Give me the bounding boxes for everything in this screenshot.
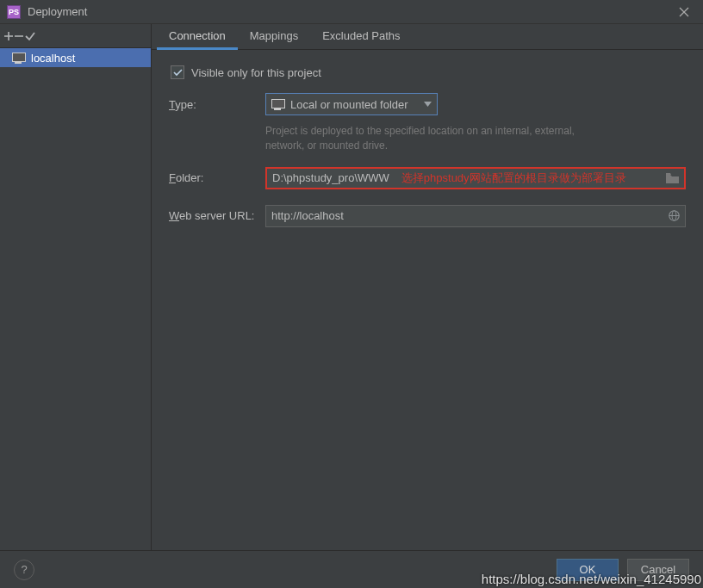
visible-only-checkbox[interactable]: [171, 65, 184, 79]
folder-input[interactable]: D:\phpstudy_pro\WWW 选择phpstudy网站配置的根目录做为…: [265, 167, 686, 189]
globe-icon: [669, 210, 680, 221]
folder-icon: [666, 173, 679, 183]
folder-row: Folder: D:\phpstudy_pro\WWW 选择phpstudy网站…: [169, 167, 686, 189]
visible-only-label: Visible only for this project: [191, 66, 321, 79]
server-icon: [12, 53, 26, 63]
webserver-input[interactable]: http://localhost: [265, 205, 686, 227]
sidebar: localhost: [0, 24, 152, 550]
connection-form: Visible only for this project Type: Loca…: [152, 50, 703, 251]
apply-button[interactable]: [24, 30, 36, 42]
type-value: Local or mounted folder: [290, 98, 408, 111]
close-icon: [679, 7, 689, 17]
webserver-row: Web server URL: http://localhost: [169, 205, 686, 227]
chevron-down-icon: [424, 102, 432, 107]
check-icon: [173, 68, 183, 77]
type-description: Project is deployed to the specified loc…: [265, 124, 575, 153]
cancel-button[interactable]: Cancel: [627, 559, 689, 581]
main-panel: Connection Mappings Excluded Paths Visib…: [152, 24, 703, 550]
webserver-value: http://localhost: [271, 209, 344, 222]
help-icon: ?: [21, 563, 27, 576]
plus-icon: [3, 31, 14, 41]
browse-folder-button[interactable]: [666, 173, 679, 183]
visible-only-row: Visible only for this project: [169, 65, 686, 79]
folder-label: Folder:: [169, 171, 265, 184]
remove-button[interactable]: [14, 31, 24, 41]
type-select[interactable]: Local or mounted folder: [265, 93, 438, 115]
help-button[interactable]: ?: [14, 560, 34, 580]
tab-connection[interactable]: Connection: [157, 24, 238, 50]
server-icon: [271, 99, 285, 109]
check-icon: [24, 30, 36, 42]
folder-value: D:\phpstudy_pro\WWW: [272, 171, 389, 184]
tab-mappings[interactable]: Mappings: [238, 24, 310, 50]
folder-annotation: 选择phpstudy网站配置的根目录做为部署目录: [401, 170, 626, 186]
footer: ? OK Cancel: [0, 550, 703, 588]
webserver-label: Web server URL:: [169, 209, 265, 222]
title-bar: PS Deployment: [0, 0, 703, 24]
open-url-button[interactable]: [669, 210, 680, 221]
window-title: Deployment: [28, 5, 672, 18]
sidebar-toolbar: [0, 24, 151, 48]
svg-marker-5: [424, 102, 432, 107]
tabs: Connection Mappings Excluded Paths: [152, 24, 703, 50]
ok-button[interactable]: OK: [557, 559, 619, 581]
tab-excluded-paths[interactable]: Excluded Paths: [310, 24, 412, 50]
add-button[interactable]: [3, 31, 14, 41]
type-label: Type:: [169, 98, 265, 111]
type-row: Type: Local or mounted folder: [169, 93, 686, 115]
close-button[interactable]: [672, 0, 696, 24]
sidebar-item-localhost[interactable]: localhost: [0, 48, 151, 67]
sidebar-item-label: localhost: [31, 52, 75, 65]
app-icon: PS: [7, 5, 21, 19]
minus-icon: [14, 31, 24, 41]
